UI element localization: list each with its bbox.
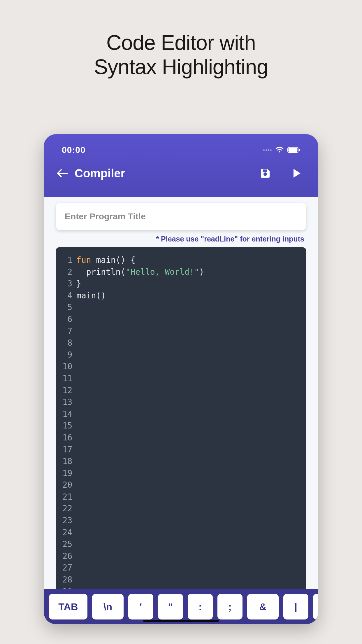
code-text: } [76, 278, 81, 290]
line-number: 3 [56, 278, 76, 290]
line-number: 7 [56, 326, 76, 337]
code-line: 7 [56, 326, 306, 337]
save-button[interactable] [258, 166, 272, 180]
back-button[interactable] [55, 166, 69, 180]
line-number: 12 [56, 385, 76, 397]
line-number: 21 [56, 491, 76, 503]
code-line: 9 [56, 349, 306, 361]
svg-point-3 [264, 173, 266, 175]
line-number: 24 [56, 527, 76, 539]
arrow-left-icon [57, 169, 68, 178]
input-hint: * Please use "readLine" for entering inp… [58, 235, 304, 243]
line-number: 4 [56, 290, 76, 302]
phone-frame: 00:00 Compiler [44, 134, 318, 624]
promo-line-1: Code Editor with [0, 31, 362, 55]
code-line: 6 [56, 314, 306, 326]
line-number: 19 [56, 468, 76, 480]
line-number: 29 [56, 586, 76, 589]
code-line: 25 [56, 538, 306, 550]
play-icon [292, 168, 301, 178]
line-number: 23 [56, 515, 76, 527]
symbol-key[interactable]: ' [128, 594, 153, 620]
app-title: Compiler [75, 167, 258, 180]
code-editor[interactable]: 1fun main() {2 println("Hello, World!")3… [56, 247, 306, 589]
line-number: 5 [56, 302, 76, 314]
code-line: 11 [56, 373, 306, 385]
line-number: 28 [56, 574, 76, 586]
symbol-key[interactable]: TAB [49, 594, 87, 620]
code-text: println("Hello, World!") [76, 266, 204, 278]
code-line: 24 [56, 527, 306, 539]
line-number: 10 [56, 361, 76, 373]
code-line: 18 [56, 456, 306, 468]
symbol-key[interactable]: : [188, 594, 213, 620]
wifi-icon [275, 147, 284, 153]
toolbar-actions [258, 166, 304, 180]
line-number: 11 [56, 373, 76, 385]
line-number: 27 [56, 562, 76, 574]
code-line: 19 [56, 468, 306, 480]
code-line: 29 [56, 586, 306, 589]
line-number: 18 [56, 456, 76, 468]
battery-icon [287, 147, 300, 153]
app-bar: Compiler [44, 158, 318, 191]
code-line: 22 [56, 503, 306, 515]
promo-heading: Code Editor with Syntax Highlighting [0, 0, 362, 79]
symbol-key[interactable]: ; [217, 594, 242, 620]
line-number: 2 [56, 266, 76, 278]
symbol-key[interactable]: \n [92, 594, 124, 620]
line-number: 14 [56, 408, 76, 420]
code-line: 10 [56, 361, 306, 373]
promo-line-2: Syntax Highlighting [0, 55, 362, 79]
symbol-key[interactable]: | [283, 594, 308, 620]
save-icon [260, 168, 270, 178]
code-line: 21 [56, 491, 306, 503]
line-number: 16 [56, 432, 76, 444]
code-line: 8 [56, 337, 306, 349]
symbol-key[interactable] [313, 594, 318, 620]
status-icons [263, 147, 300, 153]
code-line: 20 [56, 479, 306, 491]
code-text: fun main() { [76, 254, 135, 266]
code-line: 12 [56, 385, 306, 397]
code-line: 28 [56, 574, 306, 586]
code-line: 2 println("Hello, World!") [56, 266, 306, 278]
code-line: 16 [56, 432, 306, 444]
symbol-key[interactable]: & [247, 594, 279, 620]
line-number: 9 [56, 349, 76, 361]
code-line: 5 [56, 302, 306, 314]
run-button[interactable] [290, 166, 304, 180]
status-time: 00:00 [62, 145, 86, 155]
symbol-toolbar: TAB\n'":;&| [44, 589, 318, 624]
code-line: 15 [56, 420, 306, 432]
code-line: 14 [56, 408, 306, 420]
code-line: 26 [56, 550, 306, 562]
line-number: 22 [56, 503, 76, 515]
svg-rect-2 [299, 149, 300, 151]
code-line: 3} [56, 278, 306, 290]
line-number: 25 [56, 538, 76, 550]
svg-rect-1 [289, 148, 298, 152]
code-text: main() [76, 290, 106, 302]
line-number: 13 [56, 396, 76, 408]
line-number: 17 [56, 444, 76, 456]
line-number: 26 [56, 550, 76, 562]
code-line: 4main() [56, 290, 306, 302]
status-bar: 00:00 [44, 134, 318, 158]
line-number: 1 [56, 254, 76, 266]
home-indicator [143, 620, 219, 622]
line-number: 15 [56, 420, 76, 432]
line-number: 20 [56, 479, 76, 491]
code-line: 17 [56, 444, 306, 456]
program-title-field-wrap [56, 203, 306, 230]
program-title-input[interactable] [65, 211, 297, 221]
code-line: 13 [56, 396, 306, 408]
code-line: 23 [56, 515, 306, 527]
code-line: 27 [56, 562, 306, 574]
cellular-icon [263, 149, 272, 151]
content-area: * Please use "readLine" for entering inp… [44, 197, 318, 589]
symbol-key[interactable]: " [158, 594, 183, 620]
line-number: 8 [56, 337, 76, 349]
line-number: 6 [56, 314, 76, 326]
code-line: 1fun main() { [56, 254, 306, 266]
